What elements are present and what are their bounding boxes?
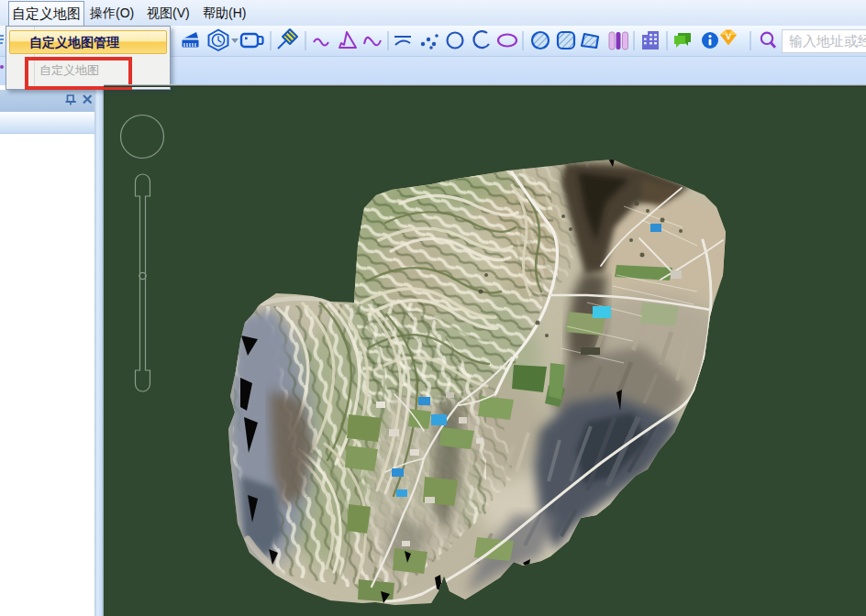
svg-text:V: V [726,32,731,41]
